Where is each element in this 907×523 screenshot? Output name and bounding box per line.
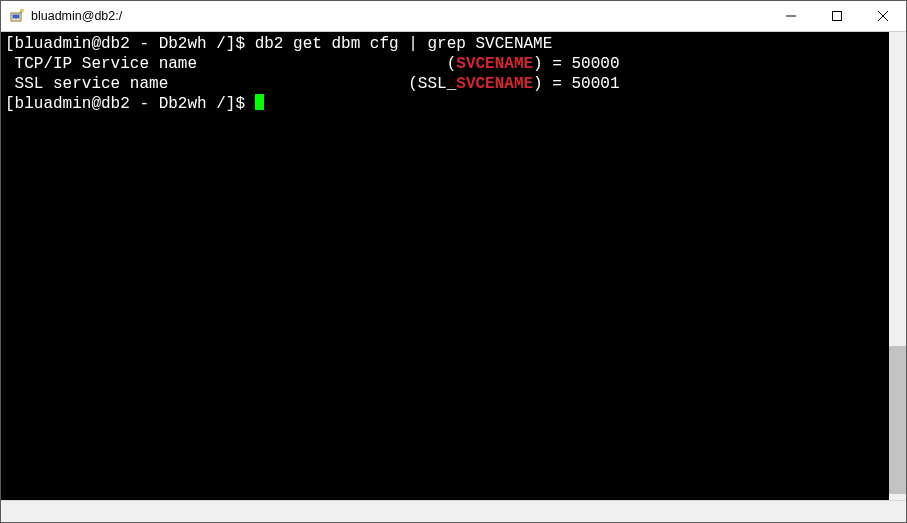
titlebar[interactable]: bluadmin@db2:/: [1, 1, 906, 32]
svg-point-3: [21, 9, 24, 12]
window-controls: [768, 1, 906, 31]
terminal-output[interactable]: [bluadmin@db2 - Db2wh /]$ db2 get dbm cf…: [1, 32, 889, 500]
cursor: [255, 94, 264, 110]
scrollbar-thumb[interactable]: [889, 346, 906, 494]
close-button[interactable]: [860, 1, 906, 31]
grep-match: SVCENAME: [456, 55, 533, 73]
putty-window: bluadmin@db2:/ [bluadmin@db2 - Db2wh /]$…: [0, 0, 907, 523]
grep-match: SVCENAME: [456, 75, 533, 93]
putty-icon: [9, 8, 25, 24]
prompt: [bluadmin@db2 - Db2wh /]$: [5, 35, 255, 53]
client-area: [bluadmin@db2 - Db2wh /]$ db2 get dbm cf…: [1, 32, 906, 500]
output-text: TCP/IP Service name (: [5, 55, 456, 73]
vertical-scrollbar[interactable]: [889, 32, 906, 500]
output-text: ) = 50000: [533, 55, 619, 73]
window-title: bluadmin@db2:/: [31, 9, 768, 23]
prompt: [bluadmin@db2 - Db2wh /]$: [5, 95, 255, 113]
status-bar: [1, 500, 906, 522]
svg-rect-5: [833, 12, 842, 21]
command-text: db2 get dbm cfg | grep SVCENAME: [255, 35, 553, 53]
svg-rect-1: [13, 15, 20, 19]
output-text: ) = 50001: [533, 75, 619, 93]
output-text: SSL service name (SSL_: [5, 75, 456, 93]
minimize-button[interactable]: [768, 1, 814, 31]
maximize-button[interactable]: [814, 1, 860, 31]
